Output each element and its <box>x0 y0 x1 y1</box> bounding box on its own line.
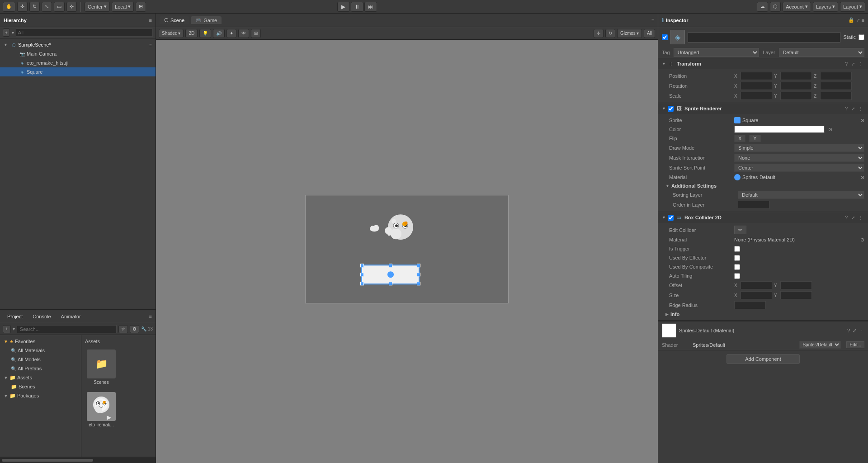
project-scrollbar[interactable] <box>0 457 156 463</box>
object-name-input[interactable]: Square <box>688 32 840 43</box>
offset-x-input[interactable]: 0 <box>741 281 772 289</box>
space-btn[interactable]: Local ▾ <box>112 2 134 12</box>
layer-select[interactable]: Default <box>779 48 864 57</box>
project-filter-btn[interactable]: ☆ <box>118 325 128 333</box>
hand-tool-btn[interactable]: ✋ <box>3 2 15 12</box>
tag-select[interactable]: Untagged <box>674 48 759 57</box>
hierarchy-item-square[interactable]: ▶ ◈ Square <box>0 67 156 76</box>
project-add-arrow[interactable]: ▾ <box>13 326 15 331</box>
transform-menu-btn[interactable]: ⋮ <box>857 61 864 67</box>
sr-expand-btn[interactable]: ⤢ <box>850 106 856 112</box>
static-checkbox[interactable] <box>859 34 864 40</box>
sr-menu-btn[interactable]: ⋮ <box>857 106 864 112</box>
project-add-btn[interactable]: + <box>3 325 11 333</box>
tree-packages[interactable]: ▼ 📁 Packages <box>2 391 79 400</box>
handle-b[interactable] <box>389 282 392 285</box>
hierarchy-item-sheep[interactable]: ▶ ◈ eto_remake_hitsuji <box>0 58 156 67</box>
hierarchy-item-camera[interactable]: ▶ 📷 Main Camera <box>0 49 156 58</box>
project-tab[interactable]: Project <box>4 313 26 320</box>
sprite-renderer-header[interactable]: ▼ 🖼 Sprite Renderer ? ⤢ ⋮ <box>658 103 868 114</box>
rect-tool-btn[interactable]: ▭ <box>54 2 65 12</box>
shader-select[interactable]: Sprites/Default <box>799 341 841 349</box>
scene-rotate-btn[interactable]: ↻ <box>605 29 615 38</box>
play-btn[interactable]: ▶ <box>337 2 350 12</box>
scene-fx-btn[interactable]: ✦ <box>226 29 236 38</box>
flip-x-btn[interactable]: X <box>734 135 745 142</box>
tree-assets[interactable]: ▼ 📁 Assets <box>2 373 79 382</box>
hierarchy-item-scene[interactable]: ▼ ⬡ SampleScene* ≡ <box>0 40 156 49</box>
scene-audio-btn[interactable]: 🔊 <box>213 29 225 38</box>
scene-grid-btn[interactable]: ⊞ <box>251 29 261 38</box>
inspector-expand-icon[interactable]: ⤢ <box>856 18 860 23</box>
transform-tool-btn[interactable]: ⊹ <box>66 2 77 12</box>
scene-menu-icon[interactable]: ≡ <box>149 43 152 47</box>
transform-expand-btn[interactable]: ⤢ <box>850 61 856 67</box>
inspector-options-icon[interactable]: ≡ <box>862 18 864 23</box>
inspector-lock-icon[interactable]: 🔒 <box>848 17 854 23</box>
edge-radius-input[interactable]: 0 <box>734 301 766 309</box>
square-scene-container[interactable] <box>362 265 419 283</box>
rot-x-input[interactable]: 0 <box>741 82 772 90</box>
tree-favorites[interactable]: ▼ ★ Favorites <box>2 337 79 346</box>
pivot-btn[interactable]: Center ▾ <box>85 2 110 12</box>
step-btn[interactable]: ⏭ <box>364 2 377 12</box>
collab-btn[interactable]: ☁ <box>757 2 768 12</box>
bc-menu-btn[interactable]: ⋮ <box>857 215 864 221</box>
scale-x-input[interactable]: 4 <box>741 92 772 100</box>
sprite-pick-btn[interactable]: ⊙ <box>860 118 864 123</box>
bc-material-pick-btn[interactable]: ⊙ <box>860 237 864 243</box>
color-pick-btn[interactable]: ⊙ <box>828 127 832 132</box>
sr-enabled-check[interactable] <box>668 106 674 112</box>
used-by-composite-check[interactable] <box>734 264 740 270</box>
project-search[interactable] <box>17 325 117 333</box>
draw-mode-select[interactable]: Simple <box>734 144 864 152</box>
additional-settings-header[interactable]: ▼ Additional Settings <box>658 182 868 190</box>
tree-all-prefabs[interactable]: 🔍 All Prefabs <box>2 364 79 373</box>
project-filter2-btn[interactable]: ⚙ <box>130 325 139 333</box>
project-options-icon[interactable]: ≡ <box>149 314 152 319</box>
is-trigger-check[interactable] <box>734 246 740 252</box>
scene-all-btn[interactable]: All <box>644 29 655 38</box>
transform-header[interactable]: ▼ ⊹ Transform ? ⤢ ⋮ <box>658 58 868 69</box>
sheep-object[interactable] <box>380 209 421 250</box>
rot-z-input[interactable]: 0 <box>820 82 852 90</box>
handle-bl[interactable] <box>360 282 364 285</box>
scale-z-input[interactable]: 1 <box>820 92 852 100</box>
bc-enabled-check[interactable] <box>668 215 674 221</box>
tab-scene[interactable]: ⬡ Scene <box>160 16 189 24</box>
pos-x-input[interactable]: 1 <box>741 72 772 80</box>
order-layer-input[interactable]: 0 <box>738 201 769 209</box>
handle-r[interactable] <box>417 273 420 276</box>
scale-y-input[interactable]: 1 <box>780 92 812 100</box>
tree-all-models[interactable]: 🔍 All Models <box>2 355 79 364</box>
hierarchy-search[interactable] <box>16 28 153 37</box>
layout-btn[interactable]: Layout ▾ <box>840 2 865 12</box>
animator-tab[interactable]: Animator <box>57 313 85 320</box>
add-component-btn[interactable]: Add Component <box>726 354 800 364</box>
sr-help-btn[interactable]: ? <box>844 106 849 112</box>
scene-hidden-btn[interactable]: 👁 <box>238 29 249 38</box>
color-picker[interactable] <box>734 126 825 133</box>
gizmos-btn[interactable]: Gizmos ▾ <box>617 29 642 38</box>
tree-scenes[interactable]: 📁 Scenes <box>2 382 79 391</box>
scene-options-icon[interactable]: ≡ <box>651 18 654 23</box>
grid-btn[interactable]: ⊞ <box>136 2 146 12</box>
mat-expand-btn[interactable]: ⤢ <box>853 328 857 334</box>
scene-lighting-btn[interactable]: 💡 <box>199 29 211 38</box>
handle-tr[interactable] <box>417 264 420 267</box>
offset-y-input[interactable]: 0 <box>780 281 812 289</box>
account-btn[interactable]: Account ▾ <box>783 2 811 12</box>
console-tab[interactable]: Console <box>29 313 54 320</box>
handle-tl[interactable] <box>360 264 364 267</box>
handle-l[interactable] <box>360 273 364 276</box>
object-active-check[interactable] <box>662 34 668 40</box>
hierarchy-add-btn[interactable]: + <box>3 28 10 37</box>
size-y-input[interactable]: 1 <box>780 291 812 299</box>
bc-expand-btn[interactable]: ⤢ <box>850 215 856 221</box>
2d-btn[interactable]: 2D <box>185 29 198 38</box>
pos-z-input[interactable]: 0 <box>820 72 852 80</box>
sorting-layer-select[interactable]: Default <box>738 191 864 199</box>
shaded-btn[interactable]: Shaded ▾ <box>159 29 184 38</box>
mat-help-btn[interactable]: ? <box>847 328 850 334</box>
handle-t[interactable] <box>389 264 392 267</box>
